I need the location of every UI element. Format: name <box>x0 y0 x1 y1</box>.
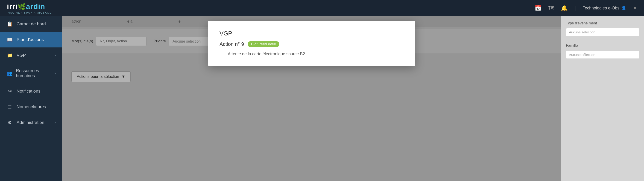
sidebar-item-label-administration: Administration <box>16 120 44 125</box>
vgp-chevron: › <box>54 53 56 57</box>
sidebar-item-label-vgp: VGP <box>16 53 26 58</box>
ressources-icon: 👥 <box>6 70 12 76</box>
nomenclatures-icon: ☰ <box>6 104 13 110</box>
logo-jardin: ardin <box>26 2 45 10</box>
sidebar-item-administration[interactable]: ⚙ Administration › <box>0 115 62 130</box>
user-label: Technologies e-Obs <box>583 6 619 10</box>
divider: | <box>575 6 576 11</box>
famille-label: Famille <box>566 43 640 48</box>
carnet-icon: 📋 <box>6 21 13 27</box>
content-area: action e à e Mot(s) clé(s) Priorité Aucu… <box>62 16 561 181</box>
main-layout: 📋 Carnet de bord 📖 Plan d'actions 📁 VGP … <box>0 16 644 181</box>
modal-title: VGP – <box>220 30 404 37</box>
sidebar-item-vgp[interactable]: 📁 VGP › <box>0 48 62 63</box>
logo: irri🌿ardin PISCINE • SPA • ARROSAGE <box>7 2 52 14</box>
map-icon[interactable]: 🗺 <box>548 5 554 11</box>
right-panel: Type d'évène ment Aucune sélection Famil… <box>561 16 644 181</box>
administration-chevron: › <box>54 120 56 124</box>
sidebar-item-label-carnet: Carnet de bord <box>16 22 46 26</box>
sidebar-item-label-plan: Plan d'actions <box>16 37 44 42</box>
modal-overlay[interactable]: VGP – Action n° 9 Clôturée/Levée — Atten… <box>62 16 561 181</box>
modal-action-num: Action n° 9 <box>220 41 244 47</box>
user-info: Technologies e-Obs 👤 <box>583 6 626 10</box>
modal-action-line: Action n° 9 Clôturée/Levée <box>220 41 404 47</box>
bell-icon[interactable]: 🔔 <box>561 5 568 11</box>
top-header: irri🌿ardin PISCINE • SPA • ARROSAGE 📅 🗺 … <box>0 0 644 16</box>
sidebar-item-label-notifications: Notifications <box>16 89 40 94</box>
famille-select[interactable]: Aucune sélection <box>566 51 640 59</box>
user-icon[interactable]: 👤 <box>621 6 626 10</box>
modal-status-badge: Clôturée/Levée <box>248 41 280 47</box>
calendar-icon[interactable]: 📅 <box>534 5 542 11</box>
close-icon[interactable]: ✕ <box>633 5 637 11</box>
vgp-icon: 📁 <box>6 52 13 58</box>
ressources-chevron: › <box>54 71 56 75</box>
plan-icon: 📖 <box>6 37 13 42</box>
modal-description: — Attente de la carte électronique sourc… <box>220 51 404 57</box>
modal-dash: — <box>220 51 226 57</box>
type-label: Type d'évène ment <box>566 21 640 26</box>
type-section: Type d'évène ment Aucune sélection <box>566 21 640 36</box>
header-right: 📅 🗺 🔔 | Technologies e-Obs 👤 ✕ <box>534 5 637 11</box>
notifications-icon: ✉ <box>6 88 13 94</box>
sidebar-item-nomenclatures[interactable]: ☰ Nomenclatures <box>0 99 62 115</box>
sidebar-item-notifications[interactable]: ✉ Notifications <box>0 83 62 99</box>
modal-desc-text: Attente de la carte électronique source … <box>228 52 305 56</box>
sidebar-item-label-ressources: Ressources humaines <box>16 68 51 78</box>
sidebar: 📋 Carnet de bord 📖 Plan d'actions 📁 VGP … <box>0 16 62 181</box>
logo-subtitle: PISCINE • SPA • ARROSAGE <box>7 11 52 14</box>
sidebar-item-label-nomenclatures: Nomenclatures <box>16 104 46 110</box>
sidebar-item-plan[interactable]: 📖 Plan d'actions <box>0 32 62 48</box>
administration-icon: ⚙ <box>6 120 13 125</box>
sidebar-item-ressources[interactable]: 👥 Ressources humaines › <box>0 63 62 83</box>
type-select[interactable]: Aucune sélection <box>566 28 640 36</box>
modal: VGP – Action n° 9 Clôturée/Levée — Atten… <box>208 21 415 66</box>
logo-text: irri🌿ardin <box>7 2 52 11</box>
famille-section: Famille Aucune sélection <box>566 43 640 58</box>
sidebar-item-carnet[interactable]: 📋 Carnet de bord <box>0 16 62 32</box>
logo-irri: irri <box>7 2 18 10</box>
